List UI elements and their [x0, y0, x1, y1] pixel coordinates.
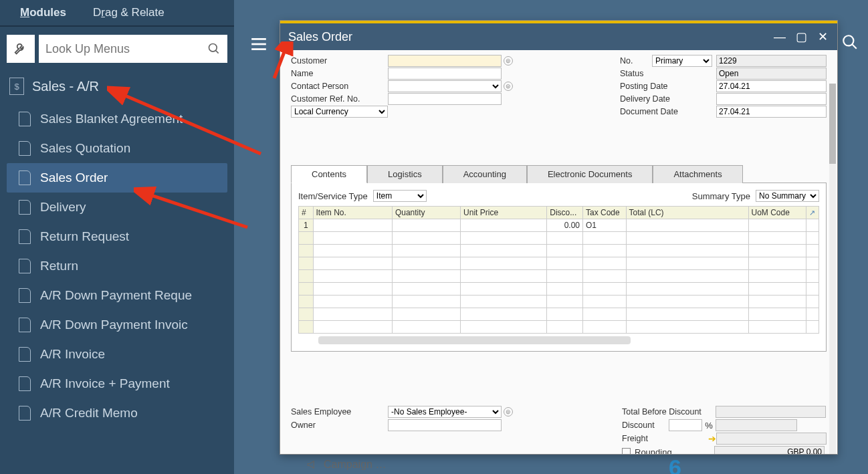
col-tax-code[interactable]: Tax Code [583, 207, 627, 219]
input-discount-pct[interactable] [669, 419, 702, 431]
col-discount[interactable]: Disco... [547, 207, 583, 219]
col-total[interactable]: Total (LC) [626, 207, 748, 219]
global-search-button[interactable] [841, 33, 859, 53]
choose-icon[interactable]: ⊜ [504, 56, 513, 66]
doc-icon [19, 170, 31, 185]
choose-icon[interactable]: ⊜ [504, 82, 513, 91]
menu-item-ar-invoice[interactable]: A/R Invoice [7, 340, 227, 369]
label-freight: Freight [622, 434, 706, 443]
menu-label: A/R Invoice + Payment [40, 376, 170, 391]
select-item-service-type[interactable]: Item [373, 190, 427, 202]
menu-item-return-request[interactable]: Return Request [7, 222, 227, 251]
label-name: Name [291, 69, 388, 78]
grid-row[interactable]: 1 0.00 O1 [299, 219, 819, 232]
grid-row[interactable] [299, 257, 819, 270]
minimize-button[interactable]: — [773, 30, 786, 43]
svg-line-1 [216, 51, 219, 53]
menu-item-return[interactable]: Return [7, 251, 227, 281]
campaign-label: Campaign … [324, 459, 386, 471]
label-posting-date: Posting Date [620, 82, 716, 91]
dollar-icon: $ [9, 78, 24, 95]
choose-icon[interactable]: ⊜ [504, 407, 513, 417]
tab-contents[interactable]: Contents [291, 165, 367, 183]
vertical-scrollbar[interactable] [829, 84, 836, 454]
input-customer[interactable] [388, 55, 502, 67]
input-owner[interactable] [388, 419, 502, 431]
col-item-no[interactable]: Item No. [313, 207, 392, 219]
tab-logistics[interactable]: Logistics [367, 165, 443, 183]
menu-item-delivery[interactable]: Delivery [7, 193, 227, 222]
menu-item-sales-order[interactable]: Sales Order [7, 163, 227, 193]
col-num[interactable]: # [299, 207, 314, 219]
search-input[interactable] [45, 42, 207, 56]
window-title: Sales Order [288, 30, 352, 44]
svg-point-0 [209, 44, 217, 52]
cell-item-no[interactable] [313, 219, 392, 232]
grid-row[interactable] [299, 283, 819, 295]
cell-discount[interactable]: 0.00 [547, 219, 583, 232]
tab-attachments[interactable]: Attachments [653, 165, 742, 183]
menu-label: Return [40, 259, 78, 273]
menu-item-ar-down-payment-invoice[interactable]: A/R Down Payment Invoic [7, 310, 227, 340]
input-delivery-date[interactable] [716, 93, 827, 105]
titlebar[interactable]: Sales Order — ▢ ✕ [280, 23, 837, 50]
cell-rownum: 1 [299, 219, 314, 232]
menu-item-ar-invoice-payment[interactable]: A/R Invoice + Payment [7, 369, 227, 398]
input-docnum[interactable] [716, 55, 827, 67]
items-grid[interactable]: # Item No. Quantity Unit Price Disco... … [298, 206, 819, 334]
input-document-date[interactable] [716, 106, 827, 118]
wrench-button[interactable] [7, 35, 35, 63]
label-no: No. [620, 56, 652, 66]
cell-extra[interactable] [806, 219, 819, 232]
footer: Sales Employee -No Sales Employee- ⊜ Own… [291, 405, 827, 454]
menu-item-sales-quotation[interactable]: Sales Quotation [7, 134, 227, 163]
doc-icon [19, 229, 31, 244]
tab-accounting[interactable]: Accounting [443, 165, 527, 183]
doc-icon [19, 347, 31, 362]
label-item-service-type: Item/Service Type [298, 191, 368, 201]
tab-drag-relate[interactable]: Drag & Relate [80, 1, 178, 25]
grid-row[interactable] [299, 321, 819, 334]
cell-unit-price[interactable] [461, 219, 547, 232]
select-currency[interactable]: Local Currency [291, 106, 388, 118]
grid-row[interactable] [299, 232, 819, 245]
grid-row[interactable] [299, 295, 819, 308]
cell-total[interactable] [626, 219, 748, 232]
maximize-button[interactable]: ▢ [794, 30, 808, 43]
doc-icon [19, 376, 31, 391]
col-uom[interactable]: UoM Code [748, 207, 806, 219]
select-contact[interactable] [388, 80, 502, 92]
cell-quantity[interactable] [392, 219, 460, 232]
expand-icon[interactable]: ↗ [809, 209, 815, 217]
col-unit-price[interactable]: Unit Price [461, 207, 547, 219]
input-posting-date[interactable] [716, 80, 827, 92]
checkbox-rounding[interactable] [622, 448, 631, 455]
col-quantity[interactable]: Quantity [392, 207, 460, 219]
module-header-sales-ar[interactable]: $ Sales - A/R [0, 71, 234, 102]
close-button[interactable]: ✕ [816, 30, 829, 43]
grid-row[interactable] [299, 245, 819, 257]
grid-row[interactable] [299, 308, 819, 321]
col-expand[interactable]: ↗ [806, 207, 819, 219]
input-customer-ref[interactable] [388, 93, 502, 105]
menu-label: Sales Quotation [40, 141, 130, 156]
grid-horizontal-scrollbar[interactable] [318, 336, 631, 344]
input-name[interactable] [388, 68, 502, 80]
grid-row[interactable] [299, 270, 819, 283]
select-sales-employee[interactable]: -No Sales Employee- [388, 406, 502, 418]
select-series[interactable]: Primary [652, 55, 712, 67]
menu-item-ar-credit-memo[interactable]: A/R Credit Memo [7, 398, 227, 428]
menu-item-sales-blanket-agreement[interactable]: Sales Blanket Agreement [7, 104, 227, 134]
campaign-item[interactable]: Campaign … [306, 459, 386, 471]
label-pct: % [702, 421, 716, 431]
select-summary-type[interactable]: No Summary [756, 190, 819, 202]
cell-uom[interactable] [748, 219, 806, 232]
tab-electronic-documents[interactable]: Electronic Documents [527, 165, 653, 183]
hamburger-button[interactable] [250, 33, 267, 56]
search-box[interactable] [39, 35, 227, 63]
cell-tax-code[interactable]: O1 [583, 219, 627, 232]
menu-item-ar-down-payment-request[interactable]: A/R Down Payment Reque [7, 281, 227, 310]
scrollbar-thumb[interactable] [829, 84, 836, 164]
link-arrow-icon[interactable]: ➔ [708, 433, 716, 444]
tab-modules[interactable]: Modules [7, 1, 80, 25]
